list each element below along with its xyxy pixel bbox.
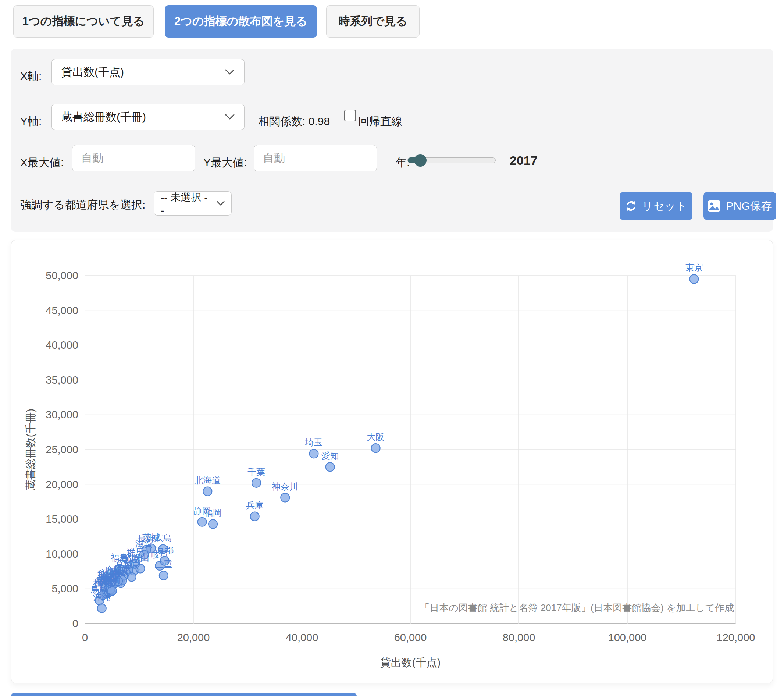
y-tick-label: 15,000: [46, 513, 78, 525]
data-point-千葉: [252, 478, 261, 487]
data-point-label: 鹿児島: [105, 565, 131, 575]
data-point-label: 宮崎: [103, 575, 121, 584]
year-value: 2017: [510, 153, 538, 168]
y-axis-label: Y軸:: [20, 114, 41, 129]
data-point-静岡: [198, 518, 207, 526]
y-tick-label: 40,000: [46, 339, 78, 351]
x-tick-label: 60,000: [394, 632, 427, 643]
data-point-label: 三重: [155, 559, 173, 569]
data-point-三重: [159, 571, 168, 580]
data-point-埼玉: [309, 449, 318, 458]
y-tick-label: 50,000: [46, 270, 78, 281]
y-tick-label: 10,000: [46, 548, 78, 560]
y-tick-label: 25,000: [46, 444, 78, 455]
tab-scatter[interactable]: 2つの指標の散布図を見る: [165, 5, 317, 38]
data-point-label: 千葉: [247, 467, 265, 477]
year-label: 年:: [396, 155, 410, 170]
source-note: 「日本の図書館 統計と名簿 2017年版」(日本図書館協会) を加工して作成: [420, 602, 734, 613]
data-point-沖縄: [97, 604, 106, 612]
data-point-北海道: [203, 487, 212, 496]
refresh-icon: [625, 200, 637, 212]
data-point-愛知: [326, 462, 334, 471]
x-tick-label: 100,000: [608, 632, 647, 643]
data-point-label: 埼玉: [305, 437, 323, 447]
y-max-input[interactable]: [254, 145, 377, 172]
x-tick-label: 20,000: [177, 632, 210, 643]
y-tick-label: 30,000: [46, 409, 78, 421]
chevron-down-icon: [225, 114, 235, 120]
correlation-coefficient: 相関係数: 0.98: [258, 114, 330, 129]
y-tick-label: 20,000: [46, 478, 78, 490]
data-point-label: 神奈川: [272, 482, 298, 491]
data-point-label: 東京: [685, 263, 703, 272]
y-tick-label: 45,000: [46, 305, 78, 317]
x-axis-title: 貸出数(千点): [380, 656, 441, 668]
chevron-down-icon: [225, 69, 235, 75]
year-slider-thumb[interactable]: [414, 154, 427, 167]
data-point-label: 岡山: [131, 553, 149, 562]
partially-visible-section-edge: [11, 693, 357, 696]
x-tick-label: 120,000: [717, 632, 755, 643]
data-point-label: 福岡: [204, 508, 222, 518]
x-max-input[interactable]: [72, 145, 195, 172]
png-save-button[interactable]: PNG保存: [703, 192, 776, 220]
x-axis-select[interactable]: 貸出数(千点): [51, 59, 245, 85]
y-axis-select[interactable]: 蔵書総冊数(千冊): [51, 104, 245, 130]
scatter-plot-svg: 05,00010,00015,00020,00025,00030,00035,0…: [12, 240, 772, 683]
y-tick-label: 5,000: [51, 583, 78, 594]
data-point-兵庫: [250, 512, 259, 521]
x-axis-label: X軸:: [20, 69, 41, 84]
data-point-神奈川: [281, 493, 290, 502]
highlight-prefecture-label: 強調する都道府県を選択:: [20, 198, 145, 213]
image-icon: [708, 200, 721, 212]
data-point-label: 大阪: [367, 432, 385, 442]
highlight-prefecture-select[interactable]: -- 未選択 --: [154, 191, 232, 216]
tab-timeseries[interactable]: 時系列で見る: [326, 5, 420, 38]
y-axis-select-value: 蔵書総冊数(千冊): [61, 110, 146, 125]
tab-single-indicator[interactable]: 1つの指標について見る: [13, 5, 154, 38]
regression-line-label: 回帰直線: [358, 114, 402, 129]
chevron-down-icon: [217, 201, 225, 206]
data-point-label: 滋賀: [135, 539, 153, 549]
data-point-label: 愛知: [321, 450, 339, 460]
data-point-大阪: [371, 444, 380, 452]
data-point-東京: [690, 274, 698, 283]
data-point-label: 広島: [154, 533, 172, 543]
x-tick-label: 40,000: [286, 632, 318, 643]
x-max-label: X最大値:: [20, 155, 64, 170]
control-panel: X軸: 貸出数(千点) Y軸: 蔵書総冊数(千冊) 相関係数: 0.98 回帰直…: [11, 49, 773, 232]
highlight-prefecture-value: -- 未選択 --: [161, 191, 211, 216]
y-max-label: Y最大値:: [203, 155, 247, 170]
y-tick-label: 0: [72, 618, 78, 629]
regression-line-checkbox[interactable]: [344, 110, 356, 121]
data-point-label: 兵庫: [246, 500, 264, 510]
x-tick-label: 0: [82, 632, 88, 643]
data-point-label: 沖縄: [93, 592, 111, 602]
y-tick-label: 35,000: [46, 374, 78, 386]
x-tick-label: 80,000: [503, 632, 535, 643]
data-point-福岡: [209, 520, 217, 528]
data-point-label: 北海道: [194, 475, 221, 485]
scatter-chart-card: 05,00010,00015,00020,00025,00030,00035,0…: [11, 240, 773, 683]
y-axis-title: 蔵書総冊数(千冊): [25, 409, 36, 490]
x-axis-select-value: 貸出数(千点): [61, 65, 124, 80]
data-point-label: 京都: [156, 545, 174, 555]
reset-button[interactable]: リセット: [619, 192, 692, 220]
